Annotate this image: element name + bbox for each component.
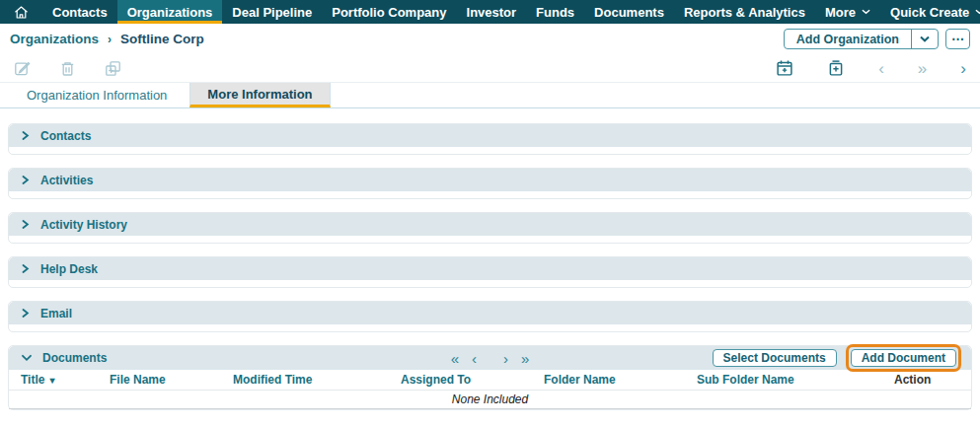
column-header-assigned-to: Assigned To — [401, 373, 544, 387]
app-window: Contacts Organizations Deal Pipeline Por… — [0, 0, 980, 427]
top-nav: Contacts Organizations Deal Pipeline Por… — [0, 0, 980, 24]
nav-item-documents[interactable]: Documents — [584, 0, 674, 24]
duplicate-icon[interactable] — [105, 60, 121, 77]
nav-item-organizations[interactable]: Organizations — [117, 0, 223, 24]
column-header-file-name: File Name — [110, 373, 233, 387]
first-page-icon[interactable]: « — [451, 351, 459, 366]
column-header-title[interactable]: Title ▾ — [21, 373, 110, 387]
chevron-right-icon — [22, 264, 30, 273]
section-contacts: Contacts — [8, 123, 972, 155]
detail-tabs: Organization Information More Informatio… — [0, 83, 980, 108]
section-label: Documents — [42, 351, 107, 365]
section-label: Email — [40, 307, 72, 320]
section-activities: Activities — [8, 168, 972, 199]
section-label: Activity History — [40, 218, 127, 232]
home-button[interactable] — [0, 0, 42, 24]
next-page-icon[interactable]: › — [503, 351, 508, 366]
chevron-down-icon — [975, 9, 980, 15]
documents-table-header: Title ▾ File Name Modified Time Assigned… — [9, 370, 971, 391]
add-task-icon[interactable] — [827, 59, 845, 77]
column-header-sub-folder-name: Sub Folder Name — [697, 373, 894, 387]
nav-item-deal-pipeline[interactable]: Deal Pipeline — [222, 0, 322, 24]
documents-empty-message: None Included — [9, 391, 971, 409]
related-lists: Contacts Activities Activity History — [0, 108, 980, 410]
tab-organization-information[interactable]: Organization Information — [10, 83, 184, 107]
nav-item-more[interactable]: More — [815, 0, 880, 24]
fast-forward-icon[interactable]: » — [918, 60, 927, 77]
section-activity-history: Activity History — [8, 212, 972, 244]
breadcrumb: Organizations › Softline Corp — [10, 32, 204, 46]
chevron-right-icon — [22, 176, 30, 184]
breadcrumb-separator: › — [108, 33, 112, 46]
record-toolbar: ‹ » › — [0, 54, 980, 83]
column-header-action: Action — [894, 373, 971, 387]
section-activities-header[interactable]: Activities — [9, 169, 971, 191]
add-document-highlight: Add Document — [846, 344, 961, 372]
section-documents-header: Documents « ‹ › » Select Documents Add D… — [9, 346, 971, 370]
breadcrumb-module-link[interactable]: Organizations — [10, 32, 99, 46]
add-organization-dropdown-toggle[interactable] — [911, 30, 938, 48]
section-label: Activities — [40, 174, 93, 187]
column-header-folder-name: Folder Name — [544, 373, 697, 387]
home-icon — [13, 4, 30, 21]
section-activity-history-header[interactable]: Activity History — [9, 213, 971, 236]
more-actions-button[interactable]: ⋯ — [945, 29, 970, 49]
edit-icon[interactable] — [14, 60, 31, 77]
add-organization-button[interactable]: Add Organization — [785, 30, 911, 48]
tab-more-information[interactable]: More Information — [189, 83, 330, 107]
section-label: Contacts — [40, 129, 91, 143]
toolbar-right-icons: ‹ » › — [776, 59, 966, 77]
nav-item-contacts[interactable]: Contacts — [42, 0, 117, 24]
previous-record-icon[interactable]: ‹ — [878, 60, 884, 77]
sort-descending-icon: ▾ — [49, 375, 54, 386]
nav-item-investor[interactable]: Investor — [457, 0, 527, 24]
section-contacts-header[interactable]: Contacts — [9, 124, 971, 147]
section-help-desk: Help Desk — [8, 256, 972, 288]
chevron-down-icon[interactable] — [22, 354, 32, 362]
chevron-right-icon — [22, 309, 30, 318]
nav-item-reports-analytics[interactable]: Reports & Analytics — [674, 0, 815, 24]
toolbar-left-icons — [14, 60, 121, 77]
next-record-icon[interactable]: › — [960, 60, 966, 77]
chevron-right-icon — [22, 131, 30, 140]
nav-item-funds[interactable]: Funds — [526, 0, 584, 24]
section-email: Email — [8, 301, 972, 332]
nav-item-quick-create[interactable]: Quick Create — [880, 0, 980, 24]
chevron-down-icon — [920, 36, 930, 42]
section-documents: Documents « ‹ › » Select Documents Add D… — [8, 345, 972, 410]
nav-item-portfolio-company[interactable]: Portfolio Company — [322, 0, 456, 24]
add-organization-split-button: Add Organization — [784, 29, 939, 49]
calendar-add-event-icon[interactable] — [776, 59, 793, 77]
chevron-down-icon — [862, 9, 870, 15]
select-documents-button[interactable]: Select Documents — [713, 349, 837, 367]
column-header-modified-time: Modified Time — [233, 373, 401, 387]
section-help-desk-header[interactable]: Help Desk — [9, 257, 971, 280]
documents-actions: Select Documents Add Document — [713, 349, 958, 367]
previous-page-icon[interactable]: ‹ — [472, 351, 477, 366]
section-email-header[interactable]: Email — [9, 302, 971, 324]
chevron-right-icon — [22, 220, 30, 229]
breadcrumb-row: Organizations › Softline Corp Add Organi… — [0, 24, 980, 54]
last-page-icon[interactable]: » — [521, 351, 529, 366]
add-document-button[interactable]: Add Document — [851, 349, 956, 367]
record-actions: Add Organization ⋯ — [784, 29, 970, 49]
section-label: Help Desk — [40, 262, 98, 276]
page-title-record-name: Softline Corp — [120, 32, 204, 46]
delete-icon[interactable] — [59, 60, 76, 77]
